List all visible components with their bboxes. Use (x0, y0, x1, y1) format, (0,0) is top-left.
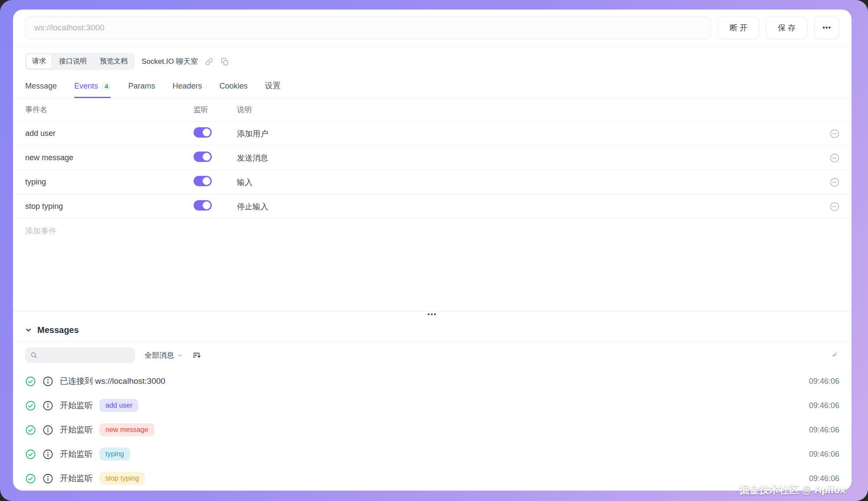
app-window: ws://localhost:3000 断 开 保 存 ••• 请求接口说明预览… (13, 10, 852, 491)
tab-events[interactable]: Events4 (74, 82, 111, 98)
message-time: 09:46:06 (809, 401, 839, 410)
event-row: typing 输入 (13, 170, 852, 194)
event-badge: add user (99, 399, 138, 412)
remove-event-button[interactable] (830, 129, 839, 138)
remove-event-button[interactable] (830, 153, 839, 163)
tab-设置[interactable]: 设置 (265, 80, 281, 98)
tab-cookies[interactable]: Cookies (219, 82, 247, 98)
tab-count-badge: 4 (102, 82, 111, 90)
chevron-down-icon (177, 353, 183, 358)
copy-icon[interactable] (220, 57, 229, 66)
listen-toggle[interactable] (194, 176, 212, 186)
more-button[interactable]: ••• (814, 16, 839, 39)
message-time: 09:46:06 (809, 474, 839, 483)
message-text: 开始监听 (60, 473, 93, 484)
tab-label: 设置 (265, 80, 281, 91)
panel-spacer (13, 243, 852, 311)
listen-toggle[interactable] (194, 152, 212, 162)
message-time: 09:46:06 (809, 450, 839, 459)
check-circle-icon (25, 473, 36, 484)
drag-handle-icon: ••• (427, 311, 437, 317)
info-circle-icon (43, 376, 53, 387)
doc-tab[interactable]: 预览文档 (94, 54, 134, 69)
message-time: 09:46:06 (809, 377, 839, 386)
messages-title: Messages (37, 325, 79, 335)
message-row: 开始监听 stop typing 09:46:06 (13, 466, 852, 491)
message-search-box[interactable] (25, 347, 135, 363)
add-event-placeholder: 添加事件 (25, 226, 56, 236)
request-tabs: MessageEvents4ParamsHeadersCookies设置 (13, 80, 852, 98)
message-row: 开始监听 new message 09:46:06 (13, 418, 852, 442)
clear-messages-icon[interactable] (830, 350, 839, 360)
connection-toolbar: ws://localhost:3000 断 开 保 存 ••• (13, 10, 852, 46)
tab-params[interactable]: Params (128, 82, 155, 98)
message-filter-dropdown[interactable]: 全部消息 (145, 350, 183, 360)
event-row: add user 添加用户 (13, 122, 852, 146)
doc-tabs-row: 请求接口说明预览文档 Socket.IO 聊天室 (13, 46, 852, 70)
events-table-body: add user 添加用户 new message 发送消息 t (13, 122, 852, 219)
column-header-event-name: 事件名 (25, 105, 194, 115)
message-filter-value: 全部消息 (145, 350, 174, 360)
message-time: 09:46:06 (809, 425, 839, 435)
messages-section-header[interactable]: Messages (13, 320, 852, 341)
event-name: add user (25, 129, 194, 138)
gradient-backdrop: ws://localhost:3000 断 开 保 存 ••• 请求接口说明预览… (0, 0, 868, 501)
tab-label: Headers (172, 82, 202, 91)
watermark: 掘金技术社区 @ Apifox (739, 483, 845, 497)
event-description: 添加用户 (237, 129, 822, 139)
more-icon: ••• (822, 24, 831, 31)
event-row: stop typing 停止输入 (13, 194, 852, 219)
check-circle-icon (25, 449, 36, 460)
info-circle-icon (43, 400, 53, 411)
event-description: 停止输入 (237, 201, 822, 212)
tab-label: Params (128, 82, 155, 91)
doc-tab[interactable]: 请求 (26, 54, 52, 69)
events-table-header: 事件名 监听 说明 (13, 98, 852, 122)
remove-event-button[interactable] (830, 202, 839, 211)
event-name: new message (25, 153, 194, 162)
message-search-input[interactable] (41, 351, 131, 359)
listen-toggle[interactable] (194, 200, 212, 211)
disconnect-button[interactable]: 断 开 (718, 16, 759, 39)
tab-label: Events (74, 82, 98, 91)
websocket-url-input[interactable]: ws://localhost:3000 (25, 16, 711, 39)
search-icon (30, 352, 37, 359)
event-badge: stop typing (99, 472, 145, 485)
doc-tab-group: 请求接口说明预览文档 (25, 53, 135, 70)
message-row: 开始监听 typing 09:46:06 (13, 442, 852, 466)
message-list: 已连接到 ws://localhost:3000 09:46:06 开始监听 a… (13, 369, 852, 491)
link-icon[interactable] (205, 57, 214, 66)
event-row: new message 发送消息 (13, 146, 852, 170)
listen-toggle[interactable] (194, 127, 212, 138)
sort-descending-icon[interactable] (192, 351, 201, 359)
add-event-row[interactable]: 添加事件 (13, 219, 852, 243)
tab-message[interactable]: Message (25, 82, 57, 98)
message-text: 开始监听 (60, 424, 93, 435)
info-circle-icon (43, 449, 53, 460)
check-circle-icon (25, 400, 36, 411)
minus-circle-icon (830, 202, 839, 211)
event-description: 发送消息 (237, 153, 822, 163)
messages-toolbar: 全部消息 (13, 341, 852, 369)
message-text: 已连接到 ws://localhost:3000 (60, 376, 165, 387)
message-row: 开始监听 add user 09:46:06 (13, 393, 852, 418)
tab-headers[interactable]: Headers (172, 82, 202, 98)
tab-label: Cookies (219, 82, 247, 91)
event-description: 输入 (237, 177, 822, 188)
remove-event-button[interactable] (830, 178, 839, 187)
check-circle-icon (25, 425, 36, 435)
info-circle-icon (43, 473, 53, 484)
doc-tab[interactable]: 接口说明 (53, 54, 93, 69)
event-name: typing (25, 178, 194, 187)
tab-label: Message (25, 82, 57, 91)
minus-circle-icon (830, 129, 839, 138)
check-circle-icon (25, 376, 36, 387)
endpoint-title: Socket.IO 聊天室 (141, 56, 198, 66)
event-name: stop typing (25, 202, 194, 211)
event-badge: new message (99, 423, 155, 436)
panel-resize-handle[interactable]: ••• (13, 311, 852, 320)
save-button[interactable]: 保 存 (766, 16, 807, 39)
message-text: 开始监听 (60, 400, 93, 411)
message-row: 已连接到 ws://localhost:3000 09:46:06 (13, 369, 852, 393)
chevron-down-icon (25, 327, 32, 333)
